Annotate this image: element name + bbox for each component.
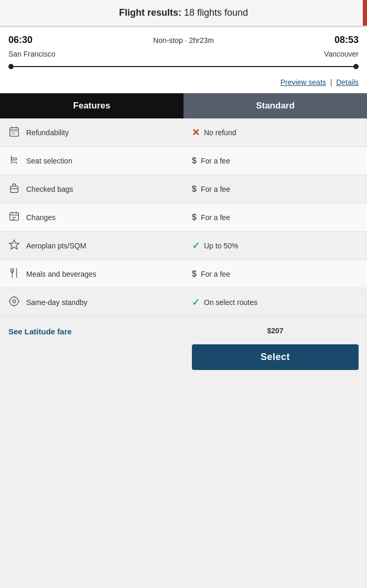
flight-duration: Non-stop · 2hr23m bbox=[153, 36, 214, 45]
value-text: For a fee bbox=[201, 185, 230, 193]
table-header-row: Features Standard bbox=[0, 93, 367, 118]
bag-icon bbox=[8, 182, 20, 195]
destination-dot bbox=[353, 64, 359, 69]
feature-cell: Seat selection bbox=[0, 147, 183, 175]
dollar-icon: $ bbox=[192, 213, 197, 222]
table-row: Seat selection$For a fee bbox=[0, 147, 367, 175]
fork-icon bbox=[8, 267, 20, 280]
value-text: For a fee bbox=[201, 213, 230, 222]
seat-icon bbox=[8, 154, 20, 167]
svg-rect-10 bbox=[10, 186, 18, 192]
value-text: On select routes bbox=[204, 298, 257, 307]
svg-marker-18 bbox=[9, 240, 19, 249]
svg-point-22 bbox=[13, 300, 16, 303]
feature-cell: Refundability bbox=[0, 118, 183, 147]
origin-city: San Francisco bbox=[8, 50, 55, 58]
star-icon bbox=[8, 239, 20, 252]
feature-cell: Aeroplan pts/SQM bbox=[0, 232, 183, 260]
flight-card: 06:30 Non-stop · 2hr23m 08:53 San Franci… bbox=[0, 27, 367, 93]
destination-city: Vancouver bbox=[324, 50, 359, 58]
feature-cell: Same-day standby bbox=[0, 288, 183, 317]
flight-route-line bbox=[8, 63, 359, 70]
footer-row-latitude: See Latitude fare $207 bbox=[0, 317, 367, 341]
value-cell: $For a fee bbox=[183, 260, 367, 288]
page-header: Flight results: 18 flights found bbox=[0, 0, 367, 26]
col-header-standard: Standard bbox=[183, 93, 367, 118]
preview-seats-link[interactable]: Preview seats bbox=[280, 78, 326, 86]
dollar-icon: $ bbox=[192, 269, 197, 279]
svg-point-21 bbox=[10, 297, 19, 306]
feature-label: Refundability bbox=[26, 128, 69, 137]
flight-times: 06:30 Non-stop · 2hr23m 08:53 bbox=[0, 27, 367, 49]
feature-cell: Meals and beverages bbox=[0, 260, 183, 288]
value-text: No refund bbox=[204, 128, 236, 137]
no-refund-icon: ✕ bbox=[192, 127, 200, 138]
arrive-time: 08:53 bbox=[334, 35, 359, 46]
value-cell: $For a fee bbox=[183, 175, 367, 203]
value-cell: ✕No refund bbox=[183, 118, 367, 147]
see-latitude-link[interactable]: See Latitude fare bbox=[8, 327, 72, 336]
origin-dot bbox=[8, 64, 14, 69]
value-text: For a fee bbox=[201, 157, 230, 165]
dollar-icon: $ bbox=[192, 184, 197, 194]
feature-cell: Checked bags bbox=[0, 175, 183, 203]
dollar-icon: $ bbox=[192, 156, 197, 166]
value-cell: $For a fee bbox=[183, 203, 367, 232]
col-header-features: Features bbox=[0, 93, 183, 118]
feature-cell: Changes bbox=[0, 203, 183, 232]
footer-row-select: Select bbox=[0, 340, 367, 380]
table-row: Meals and beverages$For a fee bbox=[0, 260, 367, 288]
depart-time: 06:30 bbox=[8, 35, 33, 46]
select-btn-cell: Select bbox=[183, 340, 367, 380]
details-link[interactable]: Details bbox=[336, 78, 359, 86]
value-cell: ✓On select routes bbox=[183, 288, 367, 317]
feature-label: Checked bags bbox=[26, 185, 73, 193]
feature-label: Same-day standby bbox=[26, 298, 88, 307]
header-title: Flight results: bbox=[119, 7, 181, 18]
select-button[interactable]: Select bbox=[192, 344, 359, 370]
table-row: Aeroplan pts/SQM✓Up to 50% bbox=[0, 232, 367, 260]
feature-label: Aeroplan pts/SQM bbox=[26, 242, 86, 250]
flight-cities: San Francisco Vancouver bbox=[0, 49, 367, 61]
link-separator: | bbox=[330, 78, 332, 86]
header-subtitle: 18 flights found bbox=[184, 7, 248, 18]
standby-icon bbox=[8, 296, 20, 309]
red-accent bbox=[363, 0, 367, 26]
flight-links: Preview seats | Details bbox=[0, 75, 367, 93]
table-row: Checked bags$For a fee bbox=[0, 175, 367, 203]
check-icon: ✓ bbox=[192, 297, 200, 308]
svg-rect-9 bbox=[12, 158, 17, 160]
value-text: Up to 50% bbox=[204, 242, 238, 250]
feature-label: Changes bbox=[26, 213, 56, 222]
table-row: Changes$For a fee bbox=[0, 203, 367, 232]
empty-footer-cell bbox=[0, 340, 183, 380]
value-text: For a fee bbox=[201, 270, 230, 278]
value-cell: ✓Up to 50% bbox=[183, 232, 367, 260]
features-table: Features Standard Refundability✕No refun… bbox=[0, 93, 367, 380]
calendar-icon bbox=[8, 126, 20, 139]
route-line bbox=[12, 66, 355, 67]
check-icon: ✓ bbox=[192, 240, 200, 252]
feature-label: Meals and beverages bbox=[26, 270, 96, 278]
feature-label: Seat selection bbox=[26, 157, 72, 165]
table-row: Same-day standby✓On select routes bbox=[0, 288, 367, 317]
table-row: Refundability✕No refund bbox=[0, 118, 367, 147]
value-cell: $For a fee bbox=[183, 147, 367, 175]
see-latitude-cell: See Latitude fare bbox=[0, 317, 183, 341]
price-cell: $207 bbox=[183, 317, 367, 341]
changes-icon bbox=[8, 211, 20, 224]
